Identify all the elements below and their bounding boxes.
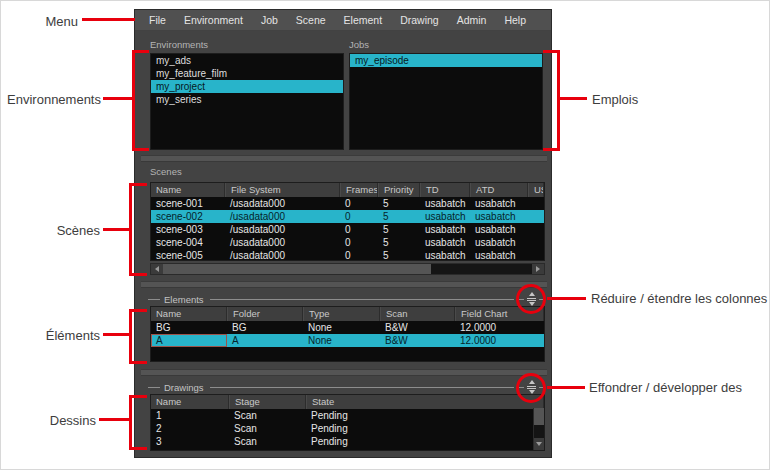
table-cell: Pending <box>306 409 544 422</box>
list-item[interactable]: my_series <box>151 93 343 106</box>
table-row[interactable]: scene-004/usadata00005usabatchusabatch <box>151 236 544 249</box>
jobs-list[interactable]: my_episode <box>349 53 543 150</box>
table-cell: 2 <box>151 422 229 435</box>
table-cell: A <box>151 334 227 347</box>
drawings-section-label: Drawings <box>164 382 204 393</box>
table-cell: BG <box>227 321 303 334</box>
column-header[interactable]: Folder <box>227 307 303 321</box>
table-row[interactable]: 1ScanPending <box>151 409 544 422</box>
jobs-label: Jobs <box>349 39 369 50</box>
table-cell: 12.0000 <box>455 321 544 334</box>
menu-item[interactable]: Help <box>495 10 535 30</box>
table-cell: /usadata000 <box>225 210 340 223</box>
table-cell: scene-003 <box>151 223 225 236</box>
annotation-collapse-columns-line <box>547 297 586 300</box>
scrollbar-thumb[interactable] <box>534 408 544 425</box>
table-cell: 0 <box>340 223 378 236</box>
column-header[interactable]: Priority <box>378 183 420 197</box>
scroll-right-button[interactable] <box>532 264 544 274</box>
drawings-table[interactable]: NameStageState1ScanPending2ScanPending3S… <box>150 394 545 451</box>
column-header[interactable]: Name <box>151 307 227 321</box>
list-item[interactable]: my_project <box>151 80 343 93</box>
annotation-menu-label: Menu <box>21 14 78 29</box>
table-row[interactable]: BGBGNoneB&W12.0000 <box>151 321 544 334</box>
menu-item[interactable]: Element <box>335 10 392 30</box>
scroll-down-icon <box>536 442 542 446</box>
table-cell <box>528 197 544 210</box>
column-header[interactable]: Scan <box>380 307 455 321</box>
annotation-drawings-bracket <box>129 395 147 398</box>
annotation-environments-line <box>103 97 132 100</box>
column-header[interactable]: ATD <box>470 183 528 197</box>
annotation-drawings-bracket <box>129 395 132 450</box>
table-cell: scene-002 <box>151 210 225 223</box>
table-cell: usabatch <box>420 249 470 261</box>
table-row[interactable]: scene-002/usadata00005usabatchusabatch <box>151 210 544 223</box>
table-row[interactable]: 3ScanPending <box>151 435 544 448</box>
menu-item[interactable]: Scene <box>287 10 335 30</box>
menu-item[interactable]: Drawing <box>391 10 448 30</box>
column-header[interactable]: File System <box>225 183 340 197</box>
table-cell: 1 <box>151 409 229 422</box>
column-header[interactable]: Stage <box>229 395 306 409</box>
scenes-horizontal-scrollbar[interactable] <box>150 263 545 275</box>
annotation-environments-bracket <box>132 50 135 151</box>
table-cell: scene-001 <box>151 197 225 210</box>
table-cell: Scan <box>229 422 306 435</box>
menu-item[interactable]: Environment <box>175 10 252 30</box>
table-cell <box>528 236 544 249</box>
list-item[interactable]: my_feature_film <box>151 67 343 80</box>
menu-item[interactable]: Admin <box>448 10 496 30</box>
table-header-row: NameFile SystemFramesPriorityTDATDUSE <box>151 183 544 197</box>
table-row[interactable]: scene-001/usadata00005usabatchusabatch <box>151 197 544 210</box>
table-cell: Scan <box>229 435 306 448</box>
column-header[interactable]: State <box>306 395 544 409</box>
menu-item[interactable]: Job <box>252 10 287 30</box>
environments-list[interactable]: my_adsmy_feature_filmmy_projectmy_series <box>150 53 344 150</box>
annotation-elements-line <box>103 333 129 336</box>
annotation-collapse-columns-label: Réduire / étendre les colonnes <box>591 291 767 306</box>
divider <box>210 299 514 300</box>
panel-splitter-bar[interactable] <box>141 369 547 376</box>
annotation-environments-bracket <box>132 50 149 53</box>
table-row[interactable]: scene-005/usadata00005usabatchusabatch <box>151 249 544 261</box>
table-cell: Scan <box>229 409 306 422</box>
panel-splitter-bar[interactable] <box>141 155 547 162</box>
table-row[interactable]: scene-003/usadata00005usabatchusabatch <box>151 223 544 236</box>
column-header[interactable]: TD <box>420 183 470 197</box>
annotation-jobs-label: Emplois <box>592 92 638 107</box>
panel-splitter-bar[interactable] <box>141 281 547 288</box>
annotation-elements-bracket <box>129 361 147 364</box>
annotation-drawings-bracket <box>129 447 147 450</box>
annotation-scenes-bracket <box>129 183 132 276</box>
annotation-scenes-bracket <box>129 273 147 276</box>
table-cell: 0 <box>340 197 378 210</box>
column-header[interactable]: Name <box>151 183 225 197</box>
table-cell: usabatch <box>420 197 470 210</box>
column-header[interactable]: Name <box>151 395 229 409</box>
table-cell: 5 <box>378 249 420 261</box>
table-row[interactable]: AANoneB&W12.0000 <box>151 334 544 347</box>
menu-item[interactable]: File <box>140 10 175 30</box>
annotation-scenes-label: Scènes <box>41 223 100 238</box>
table-cell: 0 <box>340 236 378 249</box>
table-row[interactable]: 2ScanPending <box>151 422 544 435</box>
column-header[interactable]: Frames <box>340 183 378 197</box>
scroll-down-button[interactable] <box>534 438 544 450</box>
column-header[interactable]: Type <box>303 307 380 321</box>
control-center-window: FileEnvironmentJobSceneElementDrawingAdm… <box>134 9 552 458</box>
scroll-left-button[interactable] <box>151 264 163 274</box>
scrollbar-thumb[interactable] <box>163 264 431 274</box>
annotation-drawings-line <box>99 418 129 421</box>
column-header[interactable]: USE <box>528 183 544 197</box>
annotation-jobs-line <box>560 97 587 100</box>
list-item[interactable]: my_episode <box>350 54 542 67</box>
scrollbar-track[interactable] <box>431 264 532 274</box>
list-item[interactable]: my_ads <box>151 54 343 67</box>
scrollbar-track[interactable] <box>534 425 544 438</box>
elements-table[interactable]: NameFolderTypeScanField ChartBGBGNoneB&W… <box>150 306 545 362</box>
drawings-vertical-scrollbar[interactable] <box>533 408 544 450</box>
table-cell: A <box>227 334 303 347</box>
annotation-collapse-rows-circle <box>516 373 546 403</box>
scenes-table[interactable]: NameFile SystemFramesPriorityTDATDUSEsce… <box>150 182 545 261</box>
